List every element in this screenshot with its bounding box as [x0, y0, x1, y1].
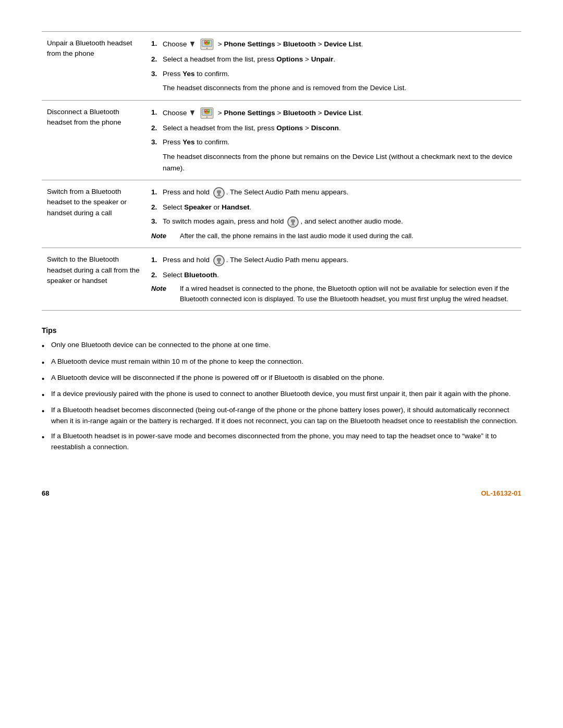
tip-text: If a Bluetooth headset is in power-save …	[51, 431, 521, 453]
step-1-0: 1.Choose > Phone Settings > Bluetooth > …	[151, 107, 516, 119]
footer-doc-number: OL-16132-01	[481, 489, 521, 497]
step-num: 3.	[151, 68, 163, 80]
footer: 68 OL-16132-01	[42, 484, 521, 497]
extra-text-1: The headset disconnects from the phone b…	[151, 151, 516, 174]
tip-text: If a device previously paired with the p…	[51, 389, 511, 400]
step-text: Press and hold . The Select Audio Path m…	[163, 254, 516, 266]
tip-item-3: •If a device previously paired with the …	[42, 389, 521, 401]
footer-page-number: 68	[42, 489, 49, 497]
step-num: 2.	[151, 54, 163, 65]
step-2-0: 1.Press and hold . The Select Audio Path…	[151, 187, 516, 198]
step-text: Press Yes to confirm.	[163, 137, 516, 148]
tip-bullet: •	[42, 373, 51, 385]
row-left-1: Disconnect a Bluetooth headset from the …	[42, 100, 146, 180]
step-text: Select a headset from the list, press Op…	[163, 54, 516, 65]
tips-list: •Only one Bluetooth device can be connec…	[42, 340, 521, 453]
tip-bullet: •	[42, 389, 51, 401]
step-text: Select Bluetooth.	[163, 269, 516, 281]
tip-text: If a Bluetooth headset becomes disconnec…	[51, 405, 521, 427]
instructions-table: Unpair a Bluetooth headset from the phon…	[42, 31, 521, 311]
note-text: After the call, the phone remains in the…	[180, 231, 516, 241]
row-left-0: Unpair a Bluetooth headset from the phon…	[42, 32, 146, 101]
step-num: 3.	[151, 216, 163, 227]
note-row-2: NoteAfter the call, the phone remains in…	[151, 231, 516, 242]
tips-section: Tips •Only one Bluetooth device can be c…	[42, 326, 521, 453]
step-0-1: 2.Select a headset from the list, press …	[151, 54, 516, 65]
tip-item-0: •Only one Bluetooth device can be connec…	[42, 340, 521, 352]
step-text: Choose > Phone Settings > Bluetooth > De…	[163, 107, 516, 119]
step-text: Select a headset from the list, press Op…	[163, 122, 516, 134]
step-1-2: 3.Press Yes to confirm.	[151, 137, 516, 148]
tip-text: A Bluetooth device must remain within 10…	[51, 356, 303, 367]
step-num: 3.	[151, 137, 163, 148]
tip-text: Only one Bluetooth device can be connect…	[51, 340, 271, 351]
step-text: Select Speaker or Handset.	[163, 202, 516, 213]
step-num: 2.	[151, 202, 163, 213]
extra-text-0: The headset disconnects from the phone a…	[151, 82, 516, 94]
tip-bullet: •	[42, 405, 51, 417]
step-num: 1.	[151, 254, 163, 266]
note-label: Note	[151, 283, 180, 294]
tip-item-4: •If a Bluetooth headset becomes disconne…	[42, 405, 521, 427]
tip-text: A Bluetooth device will be disconnected …	[51, 373, 384, 384]
row-left-2: Switch from a Bluetooth headset to the s…	[42, 180, 146, 248]
step-num: 2.	[151, 269, 163, 281]
tip-bullet: •	[42, 431, 51, 443]
step-text: Press Yes to confirm.	[163, 68, 516, 80]
step-num: 1.	[151, 187, 163, 198]
step-0-0: 1.Choose > Phone Settings > Bluetooth > …	[151, 38, 516, 51]
row-right-3: 1.Press and hold . The Select Audio Path…	[146, 248, 521, 311]
step-text: Press and hold . The Select Audio Path m…	[163, 187, 516, 198]
step-2-2: 3.To switch modes again, press and hold …	[151, 216, 516, 227]
step-1-1: 2.Select a headset from the list, press …	[151, 122, 516, 134]
step-num: 1.	[151, 38, 163, 50]
note-label: Note	[151, 231, 180, 242]
step-text: Choose > Phone Settings > Bluetooth > De…	[163, 38, 516, 51]
step-3-1: 2.Select Bluetooth.	[151, 269, 516, 281]
row-right-1: 1.Choose > Phone Settings > Bluetooth > …	[146, 100, 521, 180]
step-num: 1.	[151, 107, 163, 118]
row-left-3: Switch to the Bluetooth headset during a…	[42, 248, 146, 311]
step-2-1: 2.Select Speaker or Handset.	[151, 202, 516, 213]
row-right-2: 1.Press and hold . The Select Audio Path…	[146, 180, 521, 248]
tip-bullet: •	[42, 356, 51, 368]
tip-item-2: •A Bluetooth device will be disconnected…	[42, 373, 521, 385]
tip-item-5: •If a Bluetooth headset is in power-save…	[42, 431, 521, 453]
step-3-0: 1.Press and hold . The Select Audio Path…	[151, 254, 516, 266]
row-right-0: 1.Choose > Phone Settings > Bluetooth > …	[146, 32, 521, 101]
note-row-3: NoteIf a wired headset is connected to t…	[151, 283, 516, 304]
tip-bullet: •	[42, 340, 51, 352]
tips-title: Tips	[42, 326, 521, 335]
note-text: If a wired headset is connected to the p…	[180, 283, 516, 304]
step-0-2: 3.Press Yes to confirm.	[151, 68, 516, 80]
step-num: 2.	[151, 122, 163, 134]
step-text: To switch modes again, press and hold , …	[163, 216, 516, 227]
tip-item-1: •A Bluetooth device must remain within 1…	[42, 356, 521, 368]
